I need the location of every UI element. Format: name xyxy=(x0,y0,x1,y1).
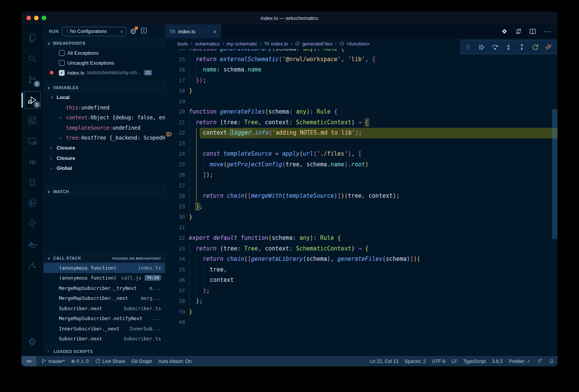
step-into-button[interactable] xyxy=(502,41,515,54)
breakpoint-checkbox[interactable]: ✓ xyxy=(59,70,65,76)
breakpoint-row[interactable]: All Exceptions xyxy=(44,48,165,58)
variable-row[interactable]: ∨Local xyxy=(44,92,165,102)
code-line[interactable]: 32export default function(schema: any): … xyxy=(165,233,558,244)
line-number[interactable]: 40 xyxy=(165,317,185,328)
status-auto-attach[interactable]: Auto Attach: On xyxy=(155,356,195,366)
line-number[interactable]: 27 xyxy=(165,181,185,191)
status-git-graph[interactable]: Git Graph xyxy=(128,356,155,366)
status-language-mode[interactable]: TypeScript xyxy=(460,356,489,366)
more-actions-button[interactable]: ··· xyxy=(543,27,551,36)
code-line[interactable]: 24 const templateSource = apply(url('./f… xyxy=(165,149,558,159)
status-live-share[interactable]: Live Share xyxy=(92,356,128,366)
status-eol[interactable]: LF xyxy=(449,356,460,366)
status-indentation[interactable]: Spaces: 2 xyxy=(402,356,429,366)
variable-row[interactable]: ›tree: HostTree {_backend: ScopedH… xyxy=(44,133,165,143)
code-line[interactable]: 27 xyxy=(165,181,558,191)
variable-row[interactable]: ›Global xyxy=(44,163,165,174)
variable-row[interactable]: templateSource: undefined xyxy=(44,123,165,133)
loaded-scripts-header[interactable]: › LOADED SCRIPTS xyxy=(44,346,165,356)
line-number[interactable]: 19 xyxy=(165,96,185,107)
call-stack-frame[interactable]: MergeMapSubscriber._nextmerg... xyxy=(44,293,165,304)
call-stack-frame[interactable]: InnerSubscriber._nextInnerSub... xyxy=(44,324,165,334)
split-editor-button[interactable] xyxy=(529,28,537,35)
open-debug-console-button[interactable] xyxy=(140,27,148,36)
code-line[interactable]: 29 }; xyxy=(165,202,558,212)
watch-header[interactable]: ∨ WATCH xyxy=(44,187,165,196)
code-line[interactable]: 23 xyxy=(165,138,558,149)
status-problems[interactable]: ⊗ 0 ⚠ 0 xyxy=(68,356,92,366)
status-prettier[interactable]: Prettier: ✓ xyxy=(506,356,534,366)
variables-header[interactable]: ∨ VARIABLES xyxy=(44,83,165,92)
zoom-window-button[interactable] xyxy=(42,16,46,20)
breadcrumb-item-4[interactable]: TSindex.ts xyxy=(264,41,288,47)
sidebar-item-testing[interactable] xyxy=(23,213,42,234)
configure-gear-button[interactable]: ⚙ xyxy=(130,28,137,35)
status-cursor-position[interactable]: Ln 22, Col 13 xyxy=(367,356,401,366)
breakpoint-row[interactable]: Uncaught Exceptions xyxy=(44,58,165,68)
code-line[interactable]: 16 name: schema.name xyxy=(165,65,558,75)
minimize-window-button[interactable] xyxy=(34,16,39,20)
code-line[interactable]: 31 xyxy=(165,223,558,233)
status-feedback[interactable] xyxy=(534,356,546,366)
code-line[interactable]: 20function generateFiles(schema: any): R… xyxy=(165,107,558,117)
sidebar-item-extensions[interactable] xyxy=(23,110,42,131)
call-stack-frame[interactable]: (anonymous function)call.js74:24 xyxy=(44,273,165,283)
breakpoint-row[interactable]: ✓index.tstools/schematics/my-sch...22 xyxy=(44,68,165,78)
code-line[interactable]: 25 move(getProjectConfig(tree, schema.na… xyxy=(165,159,558,170)
call-stack-header[interactable]: ∨ CALL STACK PAUSED ON BREAKPOINT xyxy=(44,254,165,263)
drag-handle[interactable] xyxy=(462,41,475,54)
launch-configuration-dropdown[interactable]: No Configurations ∨ xyxy=(62,27,126,36)
call-stack-frame[interactable]: Subscriber.nextSubscriber.ts xyxy=(44,303,165,314)
breakpoints-header[interactable]: ∨ BREAKPOINTS xyxy=(44,39,165,48)
code-line[interactable]: 18} xyxy=(165,86,558,96)
code-line[interactable]: 40 xyxy=(165,317,558,328)
breakpoint-checkbox[interactable] xyxy=(59,50,65,56)
open-changes-button[interactable] xyxy=(515,28,522,35)
vertical-scrollbar[interactable] xyxy=(552,109,557,239)
code-line[interactable]: 35 tree, xyxy=(165,265,558,275)
breadcrumb-item-2[interactable]: schematics xyxy=(195,41,220,47)
code-line[interactable]: 36 context xyxy=(165,275,558,286)
code-line[interactable]: 34 return chain([generateLibrary(schema)… xyxy=(165,254,558,265)
code-line[interactable]: 33 return (tree: Tree, context: Schemati… xyxy=(165,244,558,254)
sidebar-item-search[interactable] xyxy=(23,48,42,69)
call-stack-frame[interactable]: MergeMapSubscriber.notifyNext... xyxy=(44,314,165,324)
breakpoint-checkbox[interactable] xyxy=(59,60,65,66)
status-ts-version[interactable]: 3.8.3 xyxy=(489,356,506,366)
code-line[interactable]: 28 return chain([mergeWith(templateSourc… xyxy=(165,191,558,202)
sidebar-item-run-and-debug[interactable]: 1 xyxy=(23,89,42,110)
code-line[interactable]: 30} xyxy=(165,212,558,223)
sidebar-item-git-graph-view[interactable] xyxy=(23,193,42,213)
restart-button[interactable] xyxy=(529,41,542,54)
disconnect-button[interactable] xyxy=(542,41,555,54)
sidebar-item-remote-explorer[interactable] xyxy=(23,131,42,151)
continue-button[interactable] xyxy=(475,41,488,54)
sidebar-item-docker[interactable] xyxy=(23,234,42,255)
sidebar-item-nx-console[interactable]: N≥ xyxy=(23,151,42,172)
variable-row[interactable]: ›context: Object {debug: false, en… xyxy=(44,112,165,123)
status-notifications[interactable] xyxy=(546,356,558,366)
status-git-branch[interactable]: master* xyxy=(38,356,68,366)
variable-row[interactable]: this: undefined xyxy=(44,102,165,113)
variable-row[interactable]: ›Closure xyxy=(44,143,165,153)
sidebar-item-live-share-view[interactable] xyxy=(23,255,42,275)
code-editor[interactable]: 14function generateLibrary(schema: any):… xyxy=(165,49,558,356)
line-number[interactable]: 31 xyxy=(165,223,185,233)
sidebar-item-source-control[interactable]: 3 xyxy=(23,69,42,89)
code-line[interactable]: 37 ); xyxy=(165,286,558,296)
breadcrumb-item-1[interactable]: tools xyxy=(177,41,188,47)
call-stack-frame[interactable]: MergeMapSubscriber._tryNextm... xyxy=(44,283,165,293)
code-line[interactable]: 22 context.logger.info('adding NOTES.md … xyxy=(165,128,558,138)
close-tab-icon[interactable]: × xyxy=(213,28,216,35)
code-line[interactable]: 39} xyxy=(165,307,558,317)
manage-settings-button[interactable]: ⚙ xyxy=(23,332,42,352)
code-line[interactable]: 19 xyxy=(165,96,558,107)
sidebar-item-bookmarks[interactable] xyxy=(23,172,42,193)
code-line[interactable]: 15 return externalSchematic('@nrwl/works… xyxy=(165,54,558,65)
code-line[interactable]: 17 }); xyxy=(165,75,558,86)
tab-index-ts[interactable]: TS index.ts × xyxy=(165,24,221,38)
breadcrumb-item-5[interactable]: generateFiles xyxy=(295,41,332,47)
code-line[interactable]: 21 return (tree: Tree, context: Schemati… xyxy=(165,117,558,128)
status-remote-indicator[interactable]: >< xyxy=(21,356,36,366)
call-stack-frame[interactable]: (anonymous function)index.ts xyxy=(44,263,165,273)
